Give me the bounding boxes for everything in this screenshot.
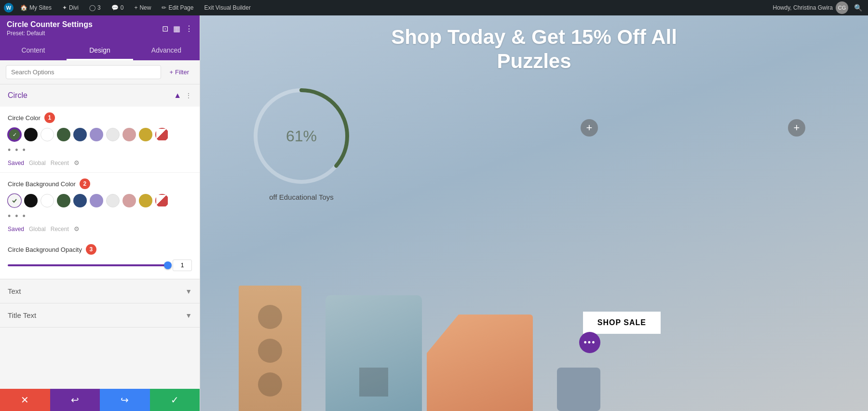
active-bg-color-swatch[interactable] — [8, 194, 21, 207]
opacity-slider-thumb[interactable] — [164, 261, 172, 269]
add-content-btn-2[interactable]: + — [788, 119, 805, 137]
block-hole-3 — [258, 372, 282, 397]
undo-button[interactable]: ↩ — [50, 389, 100, 411]
color-swatch-none[interactable] — [155, 128, 169, 141]
circle-section-header[interactable]: Circle ▲ ⋮ — [0, 84, 200, 107]
search-input[interactable] — [6, 65, 161, 79]
circle-color-setting: Circle Color 1 ✓ — [0, 107, 200, 172]
color-swatch-gold[interactable] — [139, 128, 152, 141]
circle-bg-badge: 2 — [80, 178, 90, 189]
color-swatch-lavender[interactable] — [90, 128, 103, 141]
cancel-button[interactable]: ✕ — [0, 389, 50, 411]
circle-bg-color-swatches — [8, 194, 192, 207]
home-icon: 🏠 — [20, 4, 27, 11]
text-section: Text ▼ — [0, 279, 200, 303]
color-swatch-darkgreen[interactable] — [57, 128, 70, 141]
bottom-toolbar: ✕ ↩ ↪ ✓ — [0, 389, 200, 411]
add-content-btn-1[interactable]: + — [581, 119, 598, 137]
bg-swatch-gear-icon[interactable]: ⚙ — [74, 225, 80, 233]
plus-icon: + — [134, 4, 137, 11]
bg-color-swatch-white[interactable] — [41, 194, 54, 207]
text-section-title: Text — [8, 287, 21, 295]
user-menu[interactable]: Howdy, Christina Gwira CG — [773, 1, 848, 14]
more-swatches-btn[interactable]: • • • — [8, 145, 27, 155]
panel-header: Circle Counter Settings Preset: Default … — [0, 15, 200, 41]
tab-content[interactable]: Content — [0, 41, 67, 60]
section-more-icon[interactable]: ⋮ — [185, 92, 192, 99]
color-swatch-pink[interactable] — [122, 128, 136, 141]
title-text-section-title: Title Text — [8, 311, 36, 319]
heading-line2: Puzzles — [219, 49, 849, 73]
save-button[interactable]: ✓ — [150, 389, 200, 411]
color-swatch-white[interactable] — [41, 128, 54, 141]
circle-percent-text: 61% — [286, 127, 317, 145]
bg-more-swatches-btn[interactable]: • • • — [8, 211, 27, 221]
saved-label[interactable]: Saved — [8, 160, 24, 166]
new-menu[interactable]: + New — [130, 2, 155, 13]
title-text-chevron-icon[interactable]: ▼ — [185, 312, 192, 319]
filter-btn[interactable]: + Filter — [165, 66, 194, 79]
bg-more-swatches-row: • • • — [8, 211, 192, 221]
tab-design[interactable]: Design — [67, 41, 133, 60]
edit-page-btn[interactable]: ✏ Edit Page — [158, 2, 197, 13]
grid-icon[interactable]: ▦ — [173, 24, 180, 33]
bg-color-swatch-black[interactable] — [24, 194, 38, 207]
collapse-icon[interactable]: ▲ — [174, 91, 181, 100]
text-chevron-icon[interactable]: ▼ — [185, 288, 192, 295]
tab-advanced[interactable]: Advanced — [133, 41, 200, 60]
purple-dot-menu[interactable]: ••• — [579, 332, 600, 353]
exit-visual-builder-btn[interactable]: Exit Visual Builder — [200, 2, 255, 13]
toy-curved-piece — [427, 315, 533, 411]
circle-counter: 61% — [248, 83, 354, 189]
shop-sale-btn[interactable]: SHOP SALE — [583, 312, 661, 334]
bg-saved-label[interactable]: Saved — [8, 226, 24, 233]
title-text-section-header[interactable]: Title Text ▼ — [0, 303, 200, 327]
swatch-gear-icon[interactable]: ⚙ — [74, 159, 80, 166]
comment-menu[interactable]: 💬 0 — [108, 2, 128, 13]
block-hole-2 — [258, 339, 282, 363]
text-section-header[interactable]: Text ▼ — [0, 279, 200, 303]
color-swatch-black[interactable] — [24, 128, 38, 141]
divi-menu[interactable]: ✦ Divi — [58, 2, 82, 13]
bg-color-swatch-lavender[interactable] — [90, 194, 103, 207]
admin-search-icon[interactable]: 🔍 — [852, 2, 864, 14]
bg-color-swatch-navy[interactable] — [73, 194, 87, 207]
toy-block — [239, 286, 301, 411]
bg-color-swatch-darkgreen[interactable] — [57, 194, 70, 207]
bg-color-swatch-gold[interactable] — [139, 194, 152, 207]
bg-recent-label[interactable]: Recent — [51, 226, 69, 233]
opacity-slider-container: 1 — [8, 260, 192, 271]
panel-content: Circle ▲ ⋮ Circle Color 1 ✓ — [0, 84, 200, 389]
fullscreen-icon[interactable]: ⊡ — [162, 24, 168, 33]
bg-global-label[interactable]: Global — [29, 226, 46, 233]
preset-selector[interactable]: Preset: Default — [7, 30, 93, 37]
color-swatch-navy[interactable] — [73, 128, 87, 141]
recent-label[interactable]: Recent — [51, 160, 69, 166]
opacity-slider-track — [8, 264, 168, 266]
opacity-value-input[interactable]: 1 — [173, 260, 192, 271]
opacity-slider-fill — [8, 264, 168, 266]
my-sites-menu[interactable]: 🏠 My Sites — [16, 2, 55, 13]
circle-color-badge: 1 — [44, 112, 55, 123]
global-label[interactable]: Global — [29, 160, 46, 166]
redo-button[interactable]: ↪ — [100, 389, 150, 411]
swatch-meta-2: Saved Global Recent ⚙ — [8, 225, 192, 233]
bg-color-swatch-lightgray[interactable] — [106, 194, 120, 207]
color-swatch-lightgray[interactable] — [106, 128, 120, 141]
wordpress-icon[interactable]: W — [4, 3, 14, 13]
bg-color-swatch-none[interactable] — [155, 194, 169, 207]
heading-line1: Shop Today & Get 15% Off All — [219, 25, 849, 49]
kebab-menu-icon[interactable]: ⋮ — [185, 24, 193, 33]
pencil-icon: ✏ — [162, 4, 166, 11]
cancel-icon: ✕ — [21, 394, 29, 406]
circle-label: off Educational Toys — [248, 193, 354, 201]
active-color-swatch[interactable]: ✓ — [8, 128, 21, 141]
circle-menu[interactable]: ◯ 3 — [85, 2, 105, 13]
wrench-grip — [359, 368, 388, 397]
more-swatches-row: • • • — [8, 145, 192, 155]
circle-icon: ◯ — [89, 4, 95, 11]
bg-color-swatch-pink[interactable] — [122, 194, 136, 207]
block-hole-1 — [258, 305, 282, 329]
divi-icon: ✦ — [62, 4, 67, 11]
circle-section-title: Circle — [8, 91, 27, 100]
